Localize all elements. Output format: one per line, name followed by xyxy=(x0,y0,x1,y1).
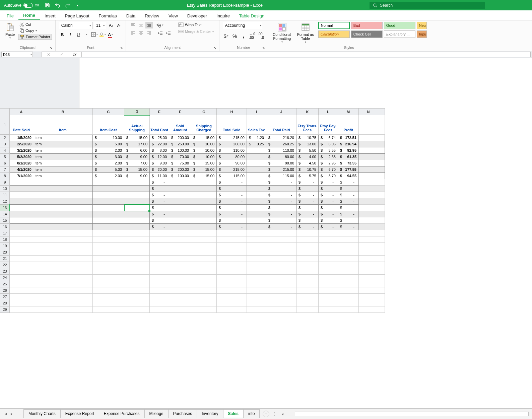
increase-indent-button[interactable] xyxy=(165,30,172,37)
bucket-icon xyxy=(99,32,104,37)
enter-formula-icon[interactable]: ✓ xyxy=(60,52,63,57)
paste-button[interactable]: Paste ▾ xyxy=(3,22,17,40)
group-alignment: ab abc Wrap Text Merge & Center ▾ xyxy=(126,20,219,51)
autosave-toggle[interactable]: AutoSave Off xyxy=(4,3,39,8)
paste-label: Paste xyxy=(3,32,17,37)
copy-dropdown-icon[interactable]: ▾ xyxy=(36,29,37,32)
align-left-button[interactable] xyxy=(129,30,137,37)
format-as-table-button[interactable]: Format as Table ▾ xyxy=(295,22,316,44)
search-box[interactable] xyxy=(370,2,485,9)
qat-dropdown-icon[interactable]: ▾ xyxy=(74,2,81,9)
accounting-format-button[interactable]: $ xyxy=(223,32,229,39)
tab-developer[interactable]: Developer xyxy=(183,11,212,20)
toggle-switch[interactable] xyxy=(23,3,33,8)
align-top-button[interactable] xyxy=(129,22,137,28)
conditional-formatting-button[interactable]: Conditional Formatting ▾ xyxy=(271,22,293,44)
font-dialog-launcher[interactable]: ⬊ xyxy=(120,46,124,50)
font-name-combo[interactable]: Calibri xyxy=(59,22,92,29)
tab-formulas[interactable]: Formulas xyxy=(94,11,122,20)
titlebar: AutoSave Off ▾ Etsy Sales Report Excel-s… xyxy=(0,0,532,10)
borders-button[interactable] xyxy=(91,31,98,38)
merge-icon xyxy=(178,29,184,34)
shrink-font-icon[interactable]: A▾ xyxy=(116,22,122,29)
style-input[interactable]: Inpu xyxy=(417,30,427,38)
cancel-formula-icon[interactable]: ✕ xyxy=(47,52,50,57)
style-explanatory[interactable]: Explanatory ... xyxy=(384,30,415,38)
align-right-button[interactable] xyxy=(145,30,153,37)
format-painter-label: Format Painter xyxy=(26,35,50,39)
save-icon[interactable] xyxy=(44,2,51,9)
font-size-combo[interactable]: 11 xyxy=(94,22,106,29)
search-input[interactable] xyxy=(380,3,482,8)
svg-rect-53 xyxy=(279,24,282,27)
align-center-button[interactable] xyxy=(137,30,145,37)
bold-button[interactable]: B xyxy=(59,31,66,38)
paste-icon xyxy=(5,22,15,32)
svg-line-11 xyxy=(20,23,23,25)
tab-insert[interactable]: Insert xyxy=(40,11,60,20)
cell-styles-gallery[interactable]: Normal Bad Good Neu Calculation Check Ce… xyxy=(318,22,427,38)
align-bottom-button[interactable] xyxy=(145,22,153,28)
alignment-group-label: Alignment xyxy=(129,45,216,50)
group-number: Accounting $ % , ←.0.00 .00→.0 Number ⬊ xyxy=(219,20,268,51)
tab-home[interactable]: Home xyxy=(18,11,40,20)
name-box[interactable]: D13 xyxy=(1,52,33,57)
tab-inquire[interactable]: Inquire xyxy=(212,11,235,20)
autosave-state: Off xyxy=(35,4,39,7)
number-dialog-launcher[interactable]: ⬊ xyxy=(262,46,266,50)
svg-rect-4 xyxy=(9,26,13,31)
copy-button[interactable]: Copy ▾ xyxy=(18,28,52,33)
tab-view[interactable]: View xyxy=(164,11,183,20)
format-painter-button[interactable]: Format Painter xyxy=(18,34,52,40)
fx-icon[interactable]: fx xyxy=(73,52,76,57)
cf-icon xyxy=(277,22,287,32)
orientation-button[interactable]: ab xyxy=(157,22,163,28)
comma-button[interactable]: , xyxy=(240,32,247,39)
undo-icon[interactable] xyxy=(54,2,61,9)
svg-rect-54 xyxy=(282,24,285,27)
style-bad[interactable]: Bad xyxy=(351,22,383,29)
style-neutral[interactable]: Neu xyxy=(417,22,427,29)
tab-file[interactable]: File xyxy=(2,11,18,20)
tab-page-layout[interactable]: Page Layout xyxy=(60,11,94,20)
align-middle-button[interactable] xyxy=(137,22,145,28)
decrease-indent-button[interactable] xyxy=(157,30,164,37)
increase-decimal-button[interactable]: ←.0.00 xyxy=(249,32,256,39)
redo-icon[interactable] xyxy=(64,2,71,9)
ribbon: Paste ▾ Cut Copy ▾ Format Painter C xyxy=(0,20,532,51)
underline-dropdown[interactable] xyxy=(83,31,90,38)
cf-label: Conditional Formatting xyxy=(271,32,293,41)
clipboard-dialog-launcher[interactable]: ⬊ xyxy=(50,46,54,50)
tab-table-design[interactable]: Table Design xyxy=(235,11,269,20)
group-styles: Conditional Formatting ▾ Format as Table… xyxy=(268,20,430,51)
svg-rect-3 xyxy=(8,23,10,24)
cut-button[interactable]: Cut xyxy=(18,22,52,27)
underline-button[interactable]: U xyxy=(75,31,82,38)
table-icon xyxy=(301,22,310,32)
style-calculation[interactable]: Calculation xyxy=(318,30,350,38)
paste-dropdown-icon[interactable]: ▾ xyxy=(3,37,17,40)
document-title: Etsy Sales Report Excel-sample - Excel xyxy=(81,3,370,8)
cut-label: Cut xyxy=(25,22,31,26)
number-format-value: Accounting xyxy=(225,23,245,28)
style-good[interactable]: Good xyxy=(384,22,415,29)
wrap-text-button[interactable]: abc Wrap Text xyxy=(176,22,216,28)
fill-color-button[interactable] xyxy=(99,31,106,38)
merge-center-button[interactable]: Merge & Center ▾ xyxy=(176,28,216,34)
svg-line-1 xyxy=(376,6,377,7)
ft-label: Format as Table xyxy=(295,32,316,41)
alignment-dialog-launcher[interactable]: ⬊ xyxy=(214,46,218,50)
percent-button[interactable]: % xyxy=(231,32,238,39)
tab-review[interactable]: Review xyxy=(140,11,164,20)
tab-data[interactable]: Data xyxy=(122,11,140,20)
style-normal[interactable]: Normal xyxy=(318,22,350,29)
font-color-button[interactable]: A xyxy=(107,31,114,38)
italic-button[interactable]: I xyxy=(67,31,74,38)
svg-rect-13 xyxy=(21,29,23,32)
decrease-decimal-button[interactable]: .00→.0 xyxy=(258,32,264,39)
grow-font-icon[interactable]: A▴ xyxy=(108,22,114,29)
formula-input[interactable] xyxy=(82,52,531,57)
style-check-cell[interactable]: Check Cell xyxy=(351,30,383,38)
number-format-combo[interactable]: Accounting xyxy=(223,22,263,29)
search-icon xyxy=(373,3,377,8)
